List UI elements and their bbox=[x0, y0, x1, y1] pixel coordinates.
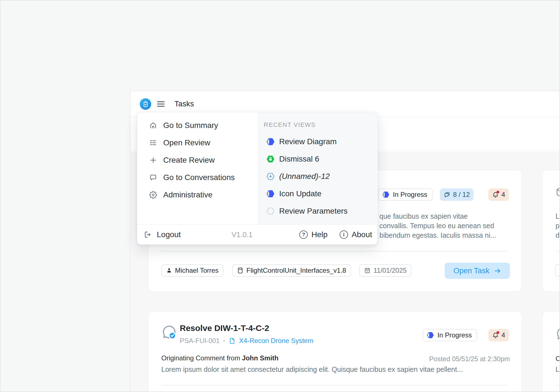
task-card-partial: Lorem ipsum dolor sit amet co pellentesq… bbox=[542, 170, 560, 292]
comment-heading: Originating Comment from John Smith bbox=[556, 355, 560, 363]
open-task-label: Open Task bbox=[453, 267, 489, 275]
chat-icon bbox=[149, 174, 157, 181]
menu-list: Go to Summary Open Review Create Revi bbox=[137, 112, 258, 224]
page-title: Tasks bbox=[174, 100, 194, 108]
menu-item-create-review[interactable]: Create Review bbox=[137, 151, 258, 169]
help-button[interactable]: ? Help bbox=[299, 230, 328, 239]
person-icon bbox=[166, 267, 172, 274]
task-card: Resolve DIW-1-T-4-C-2 PSA-FUI-001 · X4-R… bbox=[148, 311, 522, 392]
hexagon-lock-icon bbox=[266, 155, 275, 163]
comment-author: John Smith bbox=[242, 354, 279, 362]
recent-view-unnamed-12[interactable]: (Unnamed)-12 bbox=[258, 168, 378, 185]
document-icon bbox=[229, 337, 236, 344]
checklist-icon bbox=[149, 139, 157, 147]
about-button[interactable]: i About bbox=[340, 230, 372, 239]
alerts-chip[interactable]: 4 bbox=[488, 188, 509, 201]
hexagon-outline-icon bbox=[266, 207, 275, 215]
hexagon-half-icon bbox=[427, 332, 434, 339]
separator: · bbox=[223, 337, 225, 345]
clipboard-check-icon bbox=[142, 101, 149, 108]
app-screen: Tasks In Progress 8 / 12 bbox=[0, 0, 560, 392]
comment-heading: Originating Comment from John Smith bbox=[161, 354, 279, 362]
menu-item-label: Go to Conversations bbox=[163, 173, 235, 182]
recent-view-label: (Unnamed)-12 bbox=[279, 172, 330, 181]
menu-item-label: Create Review bbox=[163, 156, 215, 165]
recent-view-icon-update[interactable]: Icon Update bbox=[258, 185, 378, 202]
menu-footer: Logout V1.0.1 ? Help i About bbox=[137, 224, 377, 244]
menu-item-label: Go to Summary bbox=[163, 121, 218, 130]
bell-icon bbox=[492, 191, 499, 198]
arrow-right-icon bbox=[494, 267, 501, 275]
assignee-name: Michael Torres bbox=[175, 267, 219, 274]
hexagon-plus-icon bbox=[266, 172, 275, 181]
comment-preview: Lorem ipsum dolor sit amet consectetur a… bbox=[161, 365, 510, 374]
menu-item-label: Administrative bbox=[163, 190, 213, 199]
comment-resolved-icon bbox=[555, 326, 560, 342]
alerts-count: 4 bbox=[501, 331, 505, 339]
card-divider bbox=[161, 251, 508, 251]
recent-view-label: Review Diagram bbox=[279, 137, 337, 146]
menu-item-open-review[interactable]: Open Review bbox=[137, 134, 258, 151]
comments-icon bbox=[444, 191, 451, 198]
gear-icon bbox=[149, 191, 157, 199]
assignee-chip: Michael Torres bbox=[555, 264, 560, 277]
recent-view-dismissal-6[interactable]: Dismissal 6 bbox=[258, 150, 378, 168]
alerts-chip[interactable]: 4 bbox=[488, 329, 509, 341]
assignee-chip: Michael Torres bbox=[161, 264, 223, 277]
date-chip: 11/01/2025 bbox=[359, 264, 411, 277]
calendar-icon bbox=[364, 267, 371, 274]
card-divider bbox=[556, 251, 560, 251]
help-label: Help bbox=[311, 230, 328, 239]
task-subrow: PSA-FUI-001 · X4-Recon Drone System bbox=[180, 337, 313, 345]
menu-item-administrative[interactable]: Administrative bbox=[137, 186, 258, 204]
about-label: About bbox=[352, 230, 372, 239]
posted-timestamp: Posted 05/51/25 at 2:30pm bbox=[429, 355, 510, 363]
recent-view-review-parameters[interactable]: Review Parameters bbox=[258, 202, 378, 220]
recent-view-label: Dismissal 6 bbox=[279, 155, 319, 164]
database-icon bbox=[237, 267, 244, 274]
version-label: V1.0.1 bbox=[232, 225, 253, 245]
task-title: Resolve DIW-1-T-4-C-2 bbox=[180, 323, 269, 333]
artifact-chip: FlightControlUnit_Interfaces_v1.8 bbox=[232, 264, 351, 277]
status-label: In Progress bbox=[393, 191, 427, 199]
system-link[interactable]: X4-Recon Drone System bbox=[239, 337, 313, 345]
comment-resolved-icon bbox=[161, 324, 178, 341]
alerts-count: 4 bbox=[501, 191, 505, 199]
status-label: In Progress bbox=[437, 331, 472, 339]
app-logo bbox=[140, 98, 151, 110]
hexagon-half-icon bbox=[266, 190, 275, 198]
cube-icon bbox=[555, 185, 560, 199]
recent-views-heading: RECENT VIEWS bbox=[258, 121, 378, 129]
open-task-button[interactable]: Open Task bbox=[445, 263, 510, 279]
date-value: 11/01/2025 bbox=[374, 267, 407, 274]
task-id: PSA-FUI-001 bbox=[180, 337, 220, 345]
card-divider bbox=[161, 385, 508, 386]
help-icon: ? bbox=[299, 230, 308, 239]
menu-item-go-to-summary[interactable]: Go to Summary bbox=[137, 117, 258, 134]
logout-icon bbox=[144, 230, 152, 239]
bell-icon bbox=[492, 332, 499, 339]
recent-view-review-diagram[interactable]: Review Diagram bbox=[258, 133, 378, 150]
main-menu-dropdown: Go to Summary Open Review Create Revi bbox=[137, 112, 377, 245]
comment-preview: Lorem ipsum dolor sit amet consectetur a… bbox=[556, 365, 560, 374]
task-card-partial: Originating Comment from John Smith Lore… bbox=[542, 311, 560, 392]
status-badge: In Progress bbox=[423, 329, 477, 341]
plus-icon bbox=[149, 156, 157, 164]
task-description: que faucibus ex sapien vitae convallis. … bbox=[379, 211, 496, 240]
artifact-name: FlightControlUnit_Interfaces_v1.8 bbox=[246, 267, 346, 274]
recent-view-label: Review Parameters bbox=[279, 207, 347, 216]
card-divider bbox=[556, 385, 560, 386]
comments-chip[interactable]: 8 / 12 bbox=[440, 188, 473, 201]
status-badge: In Progress bbox=[378, 188, 433, 201]
home-icon bbox=[149, 122, 157, 129]
logout-button[interactable]: Logout bbox=[144, 225, 181, 245]
hexagon-half-icon bbox=[266, 137, 275, 146]
menu-toggle-icon[interactable] bbox=[157, 100, 165, 108]
menu-item-label: Open Review bbox=[163, 138, 210, 147]
logout-label: Logout bbox=[157, 230, 181, 239]
info-icon: i bbox=[340, 230, 348, 239]
task-description: Lorem ipsum dolor sit amet co pellentesq… bbox=[556, 211, 560, 240]
menu-item-go-to-conversations[interactable]: Go to Conversations bbox=[137, 169, 258, 186]
recent-views-panel: RECENT VIEWS Review Diagram bbox=[258, 112, 378, 224]
footer-links: ? Help i About bbox=[299, 225, 372, 245]
